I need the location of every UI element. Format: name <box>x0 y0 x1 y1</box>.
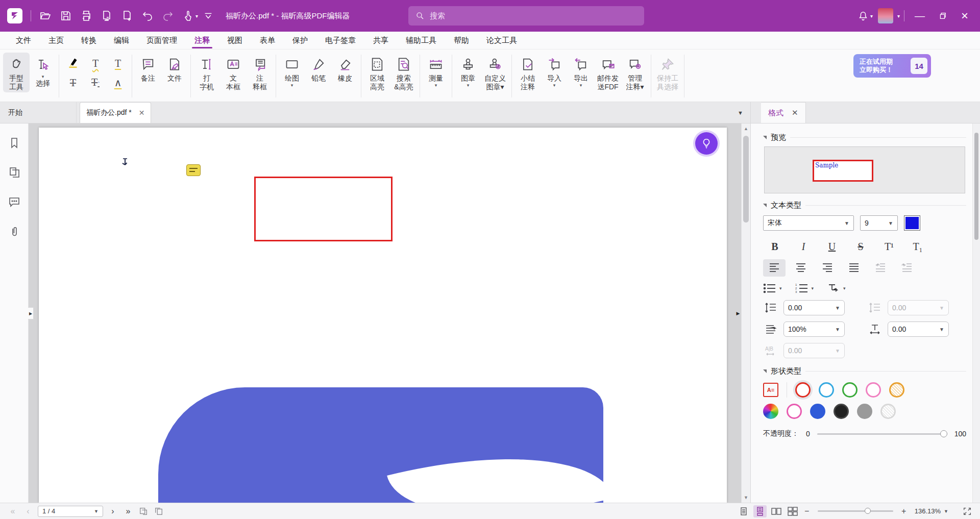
align-center-button[interactable] <box>790 259 812 277</box>
file-attachment-tool-button[interactable]: 文件 <box>161 53 188 84</box>
select-tool-button[interactable]: ▾ 选择 <box>30 53 56 89</box>
bookmarks-icon[interactable] <box>8 137 20 149</box>
menu-page-organize[interactable]: 页面管理 <box>138 32 186 49</box>
sticky-note-annotation[interactable] <box>186 164 201 176</box>
zoom-out-button[interactable]: − <box>802 507 812 516</box>
bullet-list-button[interactable]: ▾ <box>763 283 782 294</box>
shape-color-custom-wheel[interactable] <box>763 404 778 419</box>
shape-textbox-style[interactable]: A≡ <box>763 383 778 397</box>
menu-file[interactable]: 文件 <box>7 32 40 49</box>
menu-help[interactable]: 帮助 <box>445 32 478 49</box>
indent-increase-button[interactable] <box>869 259 892 277</box>
save-icon[interactable] <box>56 7 76 24</box>
fit-page-icon[interactable] <box>960 507 975 516</box>
account-caret-icon[interactable]: ▾ <box>897 13 900 19</box>
user-avatar[interactable] <box>878 8 893 23</box>
previous-page-button[interactable]: ‹ <box>20 507 36 516</box>
pdf-page[interactable] <box>39 128 727 503</box>
shape-color-blue-filled[interactable] <box>810 404 825 419</box>
shape-color-cyan[interactable] <box>819 382 834 398</box>
menu-view[interactable]: 视图 <box>218 32 251 49</box>
drawing-tool-button[interactable]: 绘图 ▾ <box>279 53 305 89</box>
summarize-comments-button[interactable]: 小结 注释 <box>514 53 541 92</box>
add-page-icon[interactable] <box>117 7 137 24</box>
notifications-caret-icon[interactable]: ▾ <box>870 13 873 19</box>
shape-type-section-header[interactable]: 形状类型 <box>763 366 966 376</box>
preview-section-header[interactable]: 预览 <box>763 133 966 142</box>
underline-button[interactable]: U <box>821 238 843 255</box>
zoom-slider[interactable] <box>818 510 893 512</box>
shape-color-green[interactable] <box>842 382 857 398</box>
typewriter-tool-button[interactable]: 打 字机 <box>193 53 220 92</box>
first-page-button[interactable]: « <box>5 507 20 516</box>
italic-button[interactable]: I <box>793 238 814 255</box>
squiggly-underline-tool-button[interactable]: T <box>92 58 99 69</box>
shape-color-gray-filled[interactable] <box>857 404 872 419</box>
shape-color-black-filled[interactable] <box>834 404 849 419</box>
textbox-tool-button[interactable]: 文 本框 <box>220 53 247 92</box>
opacity-slider-knob[interactable] <box>940 430 947 437</box>
format-panel-close-icon[interactable]: ✕ <box>792 108 798 117</box>
bold-button[interactable]: B <box>764 238 786 255</box>
font-family-select[interactable]: 宋体▼ <box>763 215 854 231</box>
scroll-down-icon[interactable]: ▼ <box>742 493 750 502</box>
open-file-icon[interactable] <box>35 7 56 24</box>
panel-scrollbar[interactable] <box>972 123 980 503</box>
superscript-button[interactable]: T¹ <box>878 238 900 255</box>
replace-text-tool-button[interactable]: Tˆ <box>91 77 100 89</box>
facing-continuous-view-button[interactable] <box>786 505 799 517</box>
redo-icon[interactable] <box>158 7 178 24</box>
tab-list-caret-icon[interactable]: ▼ <box>738 102 743 123</box>
menu-esign[interactable]: 电子签章 <box>316 32 364 49</box>
zoom-slider-knob[interactable] <box>865 508 871 514</box>
smart-assistant-bulb-button[interactable] <box>695 132 718 155</box>
stamp-tool-button[interactable]: 图章 ▾ <box>455 53 481 89</box>
next-page-button[interactable]: › <box>105 507 120 516</box>
customize-toolbar-icon[interactable] <box>198 7 218 24</box>
font-color-swatch[interactable] <box>904 215 920 231</box>
facing-view-button[interactable] <box>770 505 783 517</box>
undo-icon[interactable] <box>137 7 158 24</box>
print-icon[interactable] <box>76 7 96 24</box>
search-input[interactable]: 搜索 <box>408 6 644 26</box>
area-highlight-tool-button[interactable]: 区域 高亮 <box>364 53 390 92</box>
strikethrough-button[interactable]: S <box>850 238 871 255</box>
kerning-select[interactable]: 0.00▼ <box>783 343 845 358</box>
start-tab[interactable]: 开始 <box>0 102 77 123</box>
menu-convert[interactable]: 转换 <box>72 32 105 49</box>
text-direction-button[interactable]: ▾ <box>827 283 846 294</box>
menu-share[interactable]: 共享 <box>364 32 397 49</box>
panel-scrollbar-thumb[interactable] <box>974 133 978 240</box>
menu-form[interactable]: 表单 <box>251 32 284 49</box>
align-right-button[interactable] <box>816 259 839 277</box>
menu-accessibility[interactable]: 辅助工具 <box>397 32 445 49</box>
zoom-level-select[interactable]: 136.13% ▼ <box>912 507 951 515</box>
previous-view-icon[interactable] <box>136 507 151 516</box>
format-panel-tab[interactable]: 格式 ✕ <box>761 102 806 123</box>
shape-color-magenta[interactable] <box>787 404 802 419</box>
paragraph-spacing-select[interactable]: 0.00▼ <box>888 300 949 315</box>
continuous-view-button[interactable] <box>753 505 767 517</box>
indent-decrease-button[interactable] <box>896 259 918 277</box>
opacity-slider[interactable] <box>817 433 947 435</box>
char-spacing-select[interactable]: 0.00▼ <box>888 322 949 337</box>
search-highlight-tool-button[interactable]: 搜索 &高亮 <box>390 53 417 92</box>
note-tool-button[interactable]: 备注 <box>135 53 161 84</box>
insert-text-tool-button[interactable]: ∧ <box>114 77 122 88</box>
trial-buy-banner[interactable]: 正在试用期 立即购买！ 14 <box>853 54 931 78</box>
attachments-paperclip-icon[interactable] <box>8 226 20 238</box>
import-comments-button[interactable]: 导入 ▾ <box>541 53 568 89</box>
eraser-tool-button[interactable]: 橡皮 <box>332 53 358 84</box>
zoom-in-button[interactable]: + <box>899 507 909 516</box>
next-view-icon[interactable] <box>151 507 166 516</box>
shape-color-pink[interactable] <box>866 382 881 398</box>
email-fdf-button[interactable]: 邮件发 送FDF <box>594 53 622 92</box>
close-button[interactable]: × <box>953 6 976 26</box>
horizontal-scale-select[interactable]: 100%▼ <box>783 322 845 337</box>
export-comments-button[interactable]: 导出 ▾ <box>568 53 594 89</box>
single-page-view-button[interactable] <box>737 505 750 517</box>
callout-tool-button[interactable]: 注 释框 <box>247 53 273 92</box>
last-page-button[interactable]: » <box>120 507 136 516</box>
shape-color-red[interactable] <box>795 382 811 398</box>
document-scrollbar[interactable]: ▲ ▼ <box>741 123 750 503</box>
